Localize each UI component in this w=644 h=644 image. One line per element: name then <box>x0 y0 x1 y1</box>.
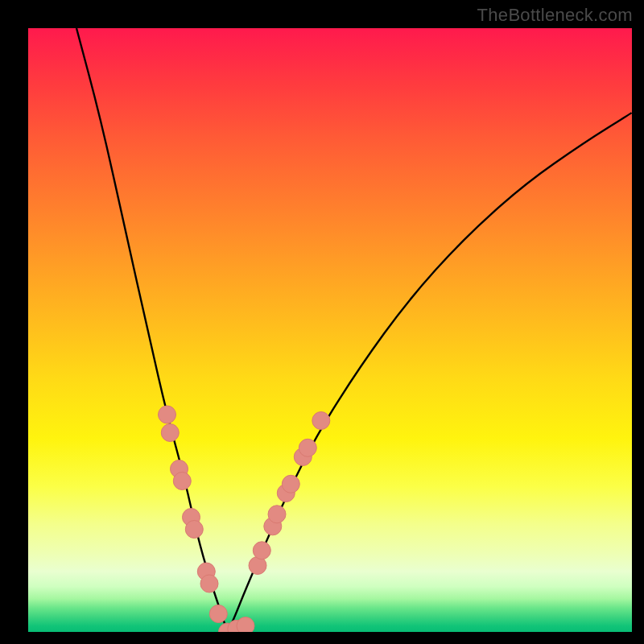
data-marker <box>299 439 316 456</box>
data-marker <box>312 412 330 430</box>
data-marker <box>173 473 191 490</box>
data-marker <box>209 605 227 623</box>
chart-plot-area <box>28 28 632 632</box>
data-markers <box>159 406 330 632</box>
bottleneck-curve <box>76 28 632 629</box>
data-marker <box>161 424 179 442</box>
data-marker <box>253 542 270 559</box>
data-marker <box>268 506 286 523</box>
data-marker <box>200 575 218 592</box>
chart-svg <box>28 28 632 632</box>
chart-frame: TheBottleneck.com <box>0 0 644 644</box>
data-marker <box>185 521 203 539</box>
data-marker <box>159 406 176 423</box>
data-marker <box>237 617 254 633</box>
watermark-text: TheBottleneck.com <box>477 5 633 26</box>
data-marker <box>282 475 299 493</box>
